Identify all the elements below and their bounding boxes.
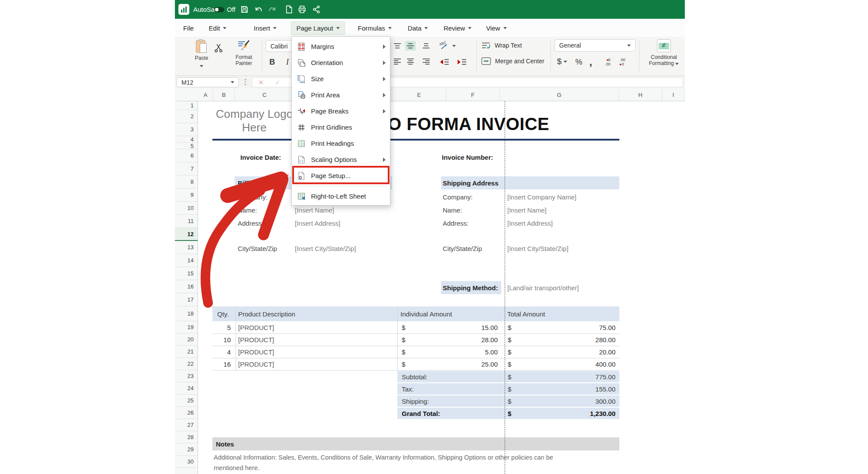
row-header-24[interactable]: 24 [175, 382, 198, 395]
cell-currency[interactable]: $ [402, 321, 405, 333]
row-header-16[interactable]: 16 [175, 280, 198, 293]
row-header-6[interactable]: 6 [175, 149, 198, 162]
merge-center-button[interactable]: Merge and Center [481, 57, 544, 65]
cut-button[interactable] [213, 43, 224, 53]
row-header-11[interactable]: 11 [175, 215, 198, 228]
menu-item-print-gridlines[interactable]: Print Gridlines [292, 119, 390, 135]
summary-currency[interactable]: $ [508, 408, 511, 419]
cell-description[interactable]: [PRODUCT] [238, 346, 274, 358]
menu-item-print-headings[interactable]: Print Headings [292, 135, 390, 151]
row-header-17[interactable]: 17 [175, 293, 198, 306]
cell-currency[interactable]: $ [402, 346, 405, 358]
align-bottom-button[interactable] [421, 41, 431, 51]
cell-description[interactable]: [PRODUCT] [238, 333, 274, 346]
summary-currency[interactable]: $ [508, 383, 511, 395]
conditional-formatting-button[interactable]: ≠ ConditionalFormatting [645, 39, 683, 66]
row-header-13[interactable]: 13 [175, 241, 198, 254]
menu-edit[interactable]: Edit [204, 21, 232, 35]
cell-individual-amount[interactable]: 28.00 [437, 333, 498, 346]
menu-review[interactable]: Review [439, 21, 476, 35]
menu-item-size[interactable]: Size [292, 71, 390, 87]
cell-qty[interactable]: 5 [212, 321, 231, 333]
print-icon[interactable] [297, 5, 307, 14]
cell-individual-amount[interactable]: 15.00 [437, 321, 498, 333]
row-header-23[interactable]: 23 [175, 370, 198, 382]
menu-page-layout[interactable]: Page Layout [291, 21, 345, 35]
summary-value[interactable]: 1,230.00 [550, 408, 615, 419]
row-header-25[interactable]: 25 [175, 395, 198, 407]
currency-format-button[interactable]: $ [557, 57, 567, 66]
column-header-B[interactable]: B [213, 89, 235, 101]
column-header-F[interactable]: F [446, 89, 500, 101]
cell-total-amount[interactable]: 280.00 [550, 333, 615, 346]
cell-qty[interactable]: 16 [212, 358, 231, 370]
row-header-10[interactable]: 10 [175, 202, 198, 215]
new-document-icon[interactable] [284, 5, 294, 14]
menu-item-orientation[interactable]: Orientation [292, 55, 390, 71]
row-header-1[interactable]: 1 [175, 101, 198, 110]
redo-icon[interactable] [268, 5, 277, 14]
format-painter-button[interactable]: FormatPainter [229, 39, 259, 66]
cell-currency[interactable]: $ [508, 333, 511, 346]
cell-currency[interactable]: $ [402, 333, 405, 346]
summary-label[interactable]: Shipping: [402, 395, 429, 407]
align-center-button[interactable] [405, 57, 416, 66]
menu-view[interactable]: View [482, 21, 511, 35]
cell-qty[interactable]: 10 [212, 333, 231, 346]
row-header-15[interactable]: 15 [175, 267, 198, 280]
cell-currency[interactable]: $ [508, 358, 511, 370]
menu-insert[interactable]: Insert [248, 21, 282, 35]
row-header-12[interactable]: 12 [175, 228, 198, 241]
cell-name-box[interactable]: M12 [177, 77, 239, 87]
summary-value[interactable]: 300.00 [550, 395, 615, 407]
cell-description[interactable]: [PRODUCT] [238, 321, 274, 333]
formula-bar-handle[interactable] [245, 79, 246, 85]
column-header-H[interactable]: H [619, 89, 662, 101]
row-header-20[interactable]: 20 [175, 333, 198, 346]
row-header-5[interactable]: 5 [175, 143, 198, 149]
summary-label[interactable]: Tax: [402, 383, 414, 395]
align-right-button[interactable] [421, 57, 431, 66]
percent-format-button[interactable]: % [575, 58, 582, 67]
menu-item-scaling-options[interactable]: 1:1 Scaling Options [292, 151, 390, 168]
confirm-entry-icon[interactable]: ✓ [275, 79, 280, 86]
cell-currency[interactable]: $ [508, 346, 511, 358]
comma-format-button[interactable]: , [589, 56, 592, 68]
summary-currency[interactable]: $ [508, 395, 511, 407]
row-header-19[interactable]: 19 [175, 321, 198, 333]
wrap-text-button[interactable]: Wrap Text [481, 41, 522, 50]
increase-indent-button[interactable] [457, 58, 467, 68]
row-header-2[interactable]: 2 [175, 110, 198, 123]
align-top-button[interactable] [392, 41, 403, 51]
row-header-14[interactable]: 14 [175, 254, 198, 267]
share-icon[interactable] [312, 5, 321, 14]
row-header-29[interactable]: 29 [175, 443, 198, 456]
row-header-7[interactable]: 7 [175, 162, 198, 175]
cell-total-amount[interactable]: 20.00 [550, 346, 615, 358]
paste-button[interactable]: Paste [191, 39, 212, 69]
menu-item-margins[interactable]: Margins [292, 38, 390, 55]
menu-data[interactable]: Data [403, 21, 433, 35]
number-format-select[interactable]: General [554, 39, 636, 52]
menu-item-page-breaks[interactable]: Page Breaks [292, 103, 390, 119]
cell-qty[interactable]: 4 [212, 346, 231, 358]
cancel-entry-icon[interactable]: ✕ [258, 79, 264, 86]
row-header-18[interactable]: 18 [175, 306, 198, 321]
row-header-9[interactable]: 9 [175, 189, 198, 202]
column-header-E[interactable]: E [392, 89, 446, 101]
increase-decimal-button[interactable]: ◂0.00 [605, 58, 611, 66]
undo-icon[interactable] [254, 5, 263, 14]
menu-formulas[interactable]: Formulas [353, 21, 396, 35]
cell-total-amount[interactable]: 400.00 [550, 358, 615, 370]
summary-label[interactable]: Grand Total: [402, 408, 440, 419]
row-header-3[interactable]: 3 [175, 123, 198, 136]
cell-currency[interactable]: $ [508, 321, 511, 333]
column-header-I[interactable]: I [662, 89, 685, 101]
decrease-indent-button[interactable] [439, 58, 450, 68]
save-icon[interactable] [240, 5, 249, 14]
cell-individual-amount[interactable]: 25.00 [437, 358, 498, 370]
summary-value[interactable]: 775.00 [550, 371, 615, 382]
row-header-4[interactable]: 4 [175, 136, 198, 143]
menu-file[interactable]: File [179, 21, 198, 35]
text-orientation-button[interactable]: ABC [439, 41, 456, 51]
